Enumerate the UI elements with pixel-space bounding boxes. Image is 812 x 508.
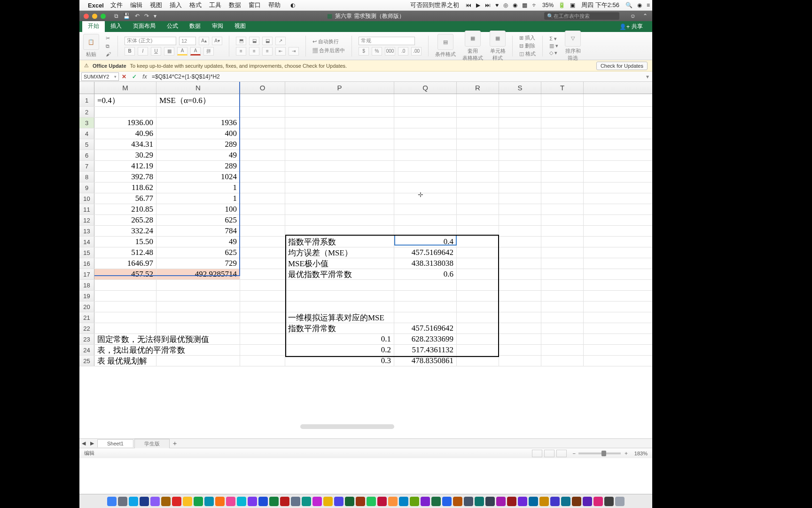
cell[interactable] [94,291,156,301]
row-header[interactable]: 5 [79,139,94,150]
cell[interactable] [240,356,285,366]
dock-app-icon[interactable] [150,497,160,506]
underline-icon[interactable]: U [151,47,161,56]
emoji-icon[interactable]: ☺ [630,13,636,19]
cell[interactable] [457,269,499,279]
cell[interactable] [240,312,285,323]
col-header-r[interactable]: R [457,82,499,94]
currency-icon[interactable]: $ [359,47,369,56]
align-top-icon[interactable]: ⬒ [236,37,246,45]
cell[interactable] [541,226,584,236]
dock-app-icon[interactable] [442,497,452,506]
col-header-t[interactable]: T [541,82,584,94]
cell[interactable] [156,302,240,312]
cell[interactable] [240,215,285,225]
cell[interactable] [541,247,584,258]
cell[interactable]: 0.1 [285,334,394,344]
select-all-corner[interactable] [79,82,94,94]
cell[interactable] [240,226,285,236]
cell[interactable]: 118.62 [94,183,156,193]
dock-app-icon[interactable] [388,497,398,506]
cell[interactable] [285,107,394,117]
cell[interactable] [240,172,285,182]
cell[interactable] [394,183,457,193]
col-header-q[interactable]: Q [394,82,457,94]
bold-icon[interactable]: B [125,47,135,56]
row-header[interactable]: 8 [79,172,94,182]
phonetic-icon[interactable]: 拼 [203,47,214,56]
qat-home-icon[interactable]: ⧉ [114,13,118,19]
cell[interactable] [156,323,240,333]
expand-formula-icon[interactable]: ▾ [643,73,652,80]
cell[interactable] [499,193,541,204]
cell[interactable] [285,139,394,150]
cell[interactable]: 表，找出最优的平滑常数 [94,345,156,355]
next-track-icon[interactable]: ⏭ [485,2,491,8]
cell[interactable]: 729 [156,258,240,269]
row-header[interactable]: 21 [79,312,94,323]
cell[interactable]: 0.2 [285,345,394,355]
merge-center-button[interactable]: ▦ 合并后居中 [312,47,345,54]
cell[interactable] [457,258,499,269]
cell[interactable] [457,161,499,171]
cell[interactable] [457,323,499,333]
dock-app-icon[interactable] [129,497,138,506]
cell[interactable] [541,150,584,160]
cell[interactable]: 625 [156,215,240,225]
cell[interactable] [457,291,499,301]
row-header[interactable]: 23 [79,334,94,344]
cloud-icon[interactable]: ◐ [290,2,295,8]
row-header[interactable]: 1 [79,94,94,106]
cell[interactable]: 15.50 [94,237,156,247]
cell[interactable] [156,356,240,366]
autosum-icon[interactable]: Σ ▾ [549,36,557,42]
cell[interactable] [499,345,541,355]
italic-icon[interactable]: I [138,47,148,56]
dock-app-icon[interactable] [550,497,560,506]
tab-view[interactable]: 视图 [229,20,251,32]
row-header[interactable]: 7 [79,161,94,171]
dock-app-icon[interactable] [453,497,462,506]
cell[interactable]: 628.2333699 [394,334,457,344]
paste-button[interactable]: 📋 [83,34,99,50]
accept-formula-icon[interactable]: ✓ [129,73,140,80]
cell[interactable] [285,280,394,290]
sort-filter-button[interactable]: ▽ [565,31,581,47]
cell[interactable] [457,172,499,182]
cell[interactable] [156,280,240,290]
cell[interactable] [240,204,285,214]
cell[interactable]: 100 [156,204,240,214]
dock-app-icon[interactable] [410,497,419,506]
fill-icon[interactable]: ▥ ▾ [549,43,558,49]
cell[interactable] [457,183,499,193]
cell[interactable] [285,161,394,171]
orientation-icon[interactable]: ↗ [275,37,286,45]
notif-icon[interactable]: ≡ [647,2,650,8]
cell[interactable]: MSE（α=0.6） [156,94,240,106]
cell[interactable] [457,193,499,204]
cell[interactable] [240,291,285,301]
cell[interactable] [541,334,584,344]
fill-color-icon[interactable]: A [177,47,187,56]
cell-styles-button[interactable]: ▦ [490,31,506,47]
row-header[interactable]: 22 [79,323,94,333]
format-cells-button[interactable]: ◫ 格式 [519,50,536,57]
row-header[interactable]: 12 [79,215,94,225]
formula-input[interactable]: =$Q$14*C2+(1-$Q$14)*H2 [150,73,643,80]
dock-app-icon[interactable] [539,497,549,506]
cell[interactable] [457,107,499,117]
row-header[interactable]: 13 [79,226,94,236]
cell[interactable] [394,312,457,323]
dock-app-icon[interactable] [572,497,581,506]
dock-app-icon[interactable] [593,497,603,506]
cell[interactable] [240,323,285,333]
cell[interactable] [394,94,457,106]
cell[interactable] [285,226,394,236]
tab-insert[interactable]: 插入 [105,20,127,32]
cell[interactable]: 表 最优规划解 [94,356,156,366]
cell[interactable] [285,215,394,225]
tab-data[interactable]: 数据 [184,20,206,32]
align-right-icon[interactable]: ≡ [262,47,273,56]
qat-redo-icon[interactable]: ↷ [144,13,149,19]
align-left-icon[interactable]: ≡ [236,47,246,56]
